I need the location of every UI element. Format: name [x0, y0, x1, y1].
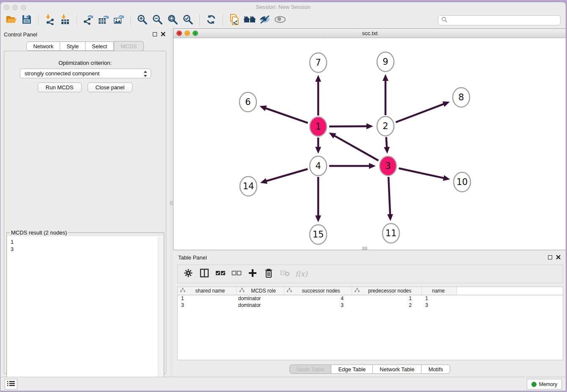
cell-predecessor-nodes[interactable]: 2 — [352, 302, 422, 309]
graph-edge-1-2[interactable] — [329, 126, 367, 127]
cell-mcds-role[interactable]: dominator — [237, 302, 284, 309]
export-table-button[interactable] — [96, 14, 111, 27]
close-window-button[interactable] — [4, 5, 9, 10]
close-panel-icon[interactable] — [161, 32, 165, 36]
maximize-window-button[interactable] — [21, 5, 26, 10]
tab-style[interactable]: Style — [60, 41, 85, 51]
export-image-button[interactable] — [111, 14, 127, 27]
unselect-all-columns-button[interactable] — [229, 267, 244, 281]
tab-edge-table[interactable]: Edge Table — [331, 364, 373, 374]
cell-mcds-role[interactable]: dominator — [237, 295, 284, 302]
column-header-shared-name[interactable]: shared name — [178, 287, 237, 295]
network-window-title: scc.txt — [173, 29, 566, 38]
home-layout-button[interactable] — [242, 14, 257, 27]
column-header-mcds-role[interactable]: MCDS role — [237, 287, 284, 295]
mcds-result-title: MCDS result (2 nodes) — [10, 229, 68, 236]
show-all-button[interactable] — [272, 14, 288, 27]
zoom-fit-button[interactable] — [165, 14, 180, 27]
zoom-fit-icon — [167, 14, 178, 27]
memory-button[interactable]: Memory — [527, 379, 562, 389]
cell-shared-name[interactable]: 1 — [178, 295, 237, 302]
cell-successor-nodes[interactable]: 4 — [284, 295, 352, 302]
apply-function-button[interactable]: f(x) — [294, 267, 308, 281]
zoom-in-button[interactable] — [135, 14, 150, 27]
search-input[interactable] — [450, 16, 560, 25]
graph-edge-3-10[interactable] — [399, 168, 444, 178]
network-window-titlebar[interactable]: ✕ − + scc.txt — [173, 29, 566, 38]
cell-name[interactable]: 3 — [422, 302, 457, 309]
zoom-selected-button[interactable] — [180, 14, 195, 27]
network-canvas[interactable]: 7968124314101511 — [173, 38, 566, 250]
unchecked-boxes-icon — [231, 270, 242, 278]
export-network-button[interactable] — [81, 14, 96, 27]
panel-splitter[interactable] — [170, 28, 173, 377]
tab-network[interactable]: Network — [26, 41, 60, 51]
float-panel-icon[interactable] — [153, 32, 157, 36]
minimize-window-button[interactable] — [12, 5, 18, 10]
network-minimize-button[interactable]: − — [184, 30, 190, 36]
toolbar-separator — [199, 15, 200, 26]
open-session-button[interactable] — [4, 14, 19, 27]
canvas-resize-handle[interactable] — [362, 247, 367, 250]
toolbar-separator — [223, 15, 223, 26]
network-maximize-button[interactable]: + — [193, 30, 198, 36]
show-columns-button[interactable] — [197, 267, 212, 281]
tree-sort-icon — [287, 288, 292, 294]
graph-edge-1-6[interactable] — [266, 108, 308, 123]
close-panel-button[interactable]: Close panel — [88, 83, 133, 92]
graph-edge-2-8[interactable] — [396, 104, 444, 122]
tab-node-table[interactable]: Node Table — [289, 364, 332, 374]
window-titlebar[interactable]: Session: New Session — [0, 2, 566, 12]
cell-successor-nodes[interactable]: 3 — [284, 302, 352, 309]
traffic-lights-inactive[interactable] — [4, 5, 26, 10]
delete-table-button[interactable] — [278, 267, 292, 281]
save-session-button[interactable] — [19, 14, 34, 27]
network-graph: 7968124314101511 — [173, 38, 566, 250]
houses-icon — [243, 14, 256, 26]
trash-icon — [264, 268, 273, 280]
zoom-out-icon — [152, 14, 163, 27]
tab-mcds[interactable]: MCDS — [114, 41, 143, 51]
graph-node-label-15: 15 — [313, 229, 324, 240]
create-column-button[interactable] — [245, 267, 260, 281]
import-table-button[interactable] — [58, 14, 73, 27]
cell-shared-name[interactable]: 3 — [178, 302, 237, 309]
table-settings-button[interactable] — [181, 267, 195, 281]
memory-label: Memory — [539, 381, 557, 387]
mcds-result-list[interactable]: 1 3 — [7, 236, 163, 391]
select-all-columns-button[interactable] — [213, 267, 228, 281]
graph-edge-3-1[interactable] — [334, 136, 378, 161]
column-header-successor-nodes[interactable]: successor nodes — [284, 287, 352, 295]
clone-network-button[interactable] — [227, 14, 242, 27]
graph-edge-3-11[interactable] — [388, 177, 390, 215]
result-scrollbar[interactable] — [158, 237, 163, 391]
table-row[interactable]: 1 dominator 4 1 1 — [178, 295, 563, 302]
graph-edge-4-14[interactable] — [266, 169, 308, 181]
tab-motifs[interactable]: Motifs — [421, 364, 450, 374]
search-field[interactable] — [438, 15, 561, 25]
zoom-selected-icon — [182, 14, 193, 27]
node-table[interactable]: shared name MCDS role successor nodes pr… — [177, 287, 563, 360]
task-history-button[interactable] — [5, 379, 17, 389]
network-close-button[interactable]: ✕ — [176, 30, 182, 36]
cell-name[interactable]: 1 — [422, 295, 457, 302]
column-header-predecessor-nodes[interactable]: predecessor nodes — [352, 287, 422, 295]
columns-icon — [200, 268, 209, 279]
refresh-button[interactable] — [204, 14, 219, 27]
close-table-panel-icon[interactable] — [556, 255, 561, 259]
run-mcds-button[interactable]: Run MCDS — [38, 83, 82, 92]
table-row[interactable]: 3 dominator 3 2 3 — [178, 302, 563, 309]
hide-selected-button[interactable] — [257, 14, 272, 27]
export-table-icon — [97, 14, 110, 27]
float-table-panel-icon[interactable] — [548, 255, 552, 259]
graph-edge-2-3[interactable] — [386, 137, 387, 147]
zoom-out-button[interactable] — [150, 14, 165, 27]
criterion-dropdown[interactable]: strongly connected component — [20, 69, 151, 78]
delete-column-button[interactable] — [261, 267, 276, 281]
tab-network-table[interactable]: Network Table — [373, 364, 421, 374]
tab-select[interactable]: Select — [85, 41, 114, 51]
cell-predecessor-nodes[interactable]: 1 — [352, 295, 422, 302]
import-network-button[interactable] — [42, 14, 58, 27]
column-header-name[interactable]: name — [422, 287, 457, 295]
splitter-handle-icon[interactable] — [170, 201, 173, 205]
